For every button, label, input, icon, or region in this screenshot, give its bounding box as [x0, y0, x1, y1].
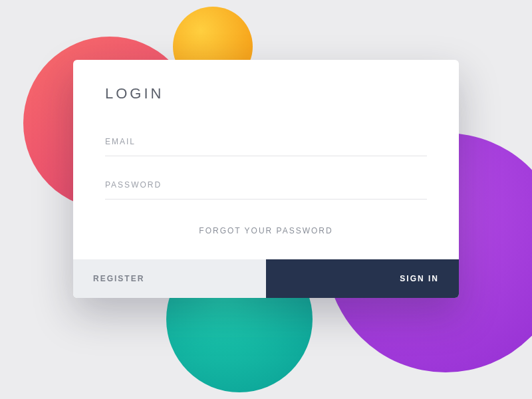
password-field[interactable] — [105, 174, 427, 200]
login-card-body: LOGIN FORGOT YOUR PASSWORD — [73, 60, 459, 259]
login-title: LOGIN — [105, 85, 427, 102]
email-field[interactable] — [105, 130, 427, 156]
login-card: LOGIN FORGOT YOUR PASSWORD REGISTER SIGN… — [73, 60, 459, 298]
signin-button[interactable]: SIGN IN — [266, 259, 459, 298]
register-button[interactable]: REGISTER — [73, 259, 266, 298]
forgot-password-link[interactable]: FORGOT YOUR PASSWORD — [105, 226, 427, 235]
login-actions: REGISTER SIGN IN — [73, 259, 459, 298]
